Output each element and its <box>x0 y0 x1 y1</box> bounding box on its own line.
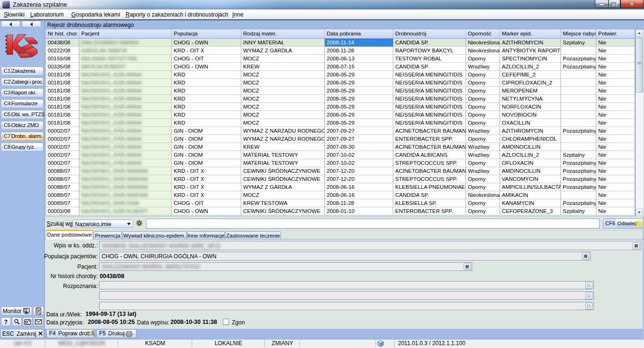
svg-text:1: 1 <box>25 309 27 312</box>
svg-text:KS: KS <box>3 2 9 8</box>
